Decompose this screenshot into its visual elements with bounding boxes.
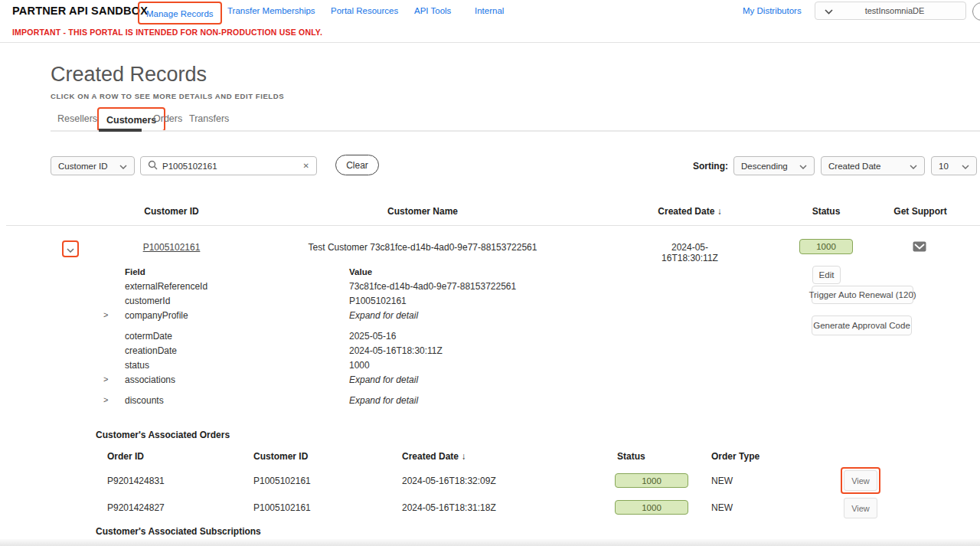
- detail-row-creation-date: creationDate 2024-05-16T18:30:11Z: [0, 345, 980, 358]
- status-badge: 1000: [799, 239, 853, 254]
- detail-field-label: customerId: [125, 296, 170, 306]
- tab-transfers[interactable]: Transfers: [189, 113, 229, 124]
- order-row-order-type: NEW: [711, 502, 733, 513]
- nav-item-manage-records[interactable]: Manage Records: [146, 9, 214, 18]
- brand-title: PARTNER API SANDBOX: [12, 5, 148, 17]
- detail-field-value: 1000: [349, 360, 370, 371]
- order-status-badge: 1000: [615, 473, 688, 488]
- column-header-status: Status: [795, 206, 857, 217]
- chevron-down-icon: [67, 242, 74, 256]
- page-title: Created Records: [51, 63, 207, 87]
- row-expander-button[interactable]: [62, 240, 79, 257]
- detail-field-label: associations: [125, 374, 175, 385]
- orders-header-customer-id: Customer ID: [253, 451, 308, 462]
- customer-id-link[interactable]: P1005102161: [143, 242, 201, 253]
- order-row-order-id: P9201424831: [107, 476, 165, 486]
- chevron-down-icon: [799, 162, 807, 171]
- sorting-label: Sorting:: [693, 161, 728, 172]
- chevron-down-icon: [825, 4, 833, 18]
- associated-subscriptions-title: Customer's Associated Subscriptions: [96, 526, 261, 537]
- expand-chevron-icon[interactable]: >: [103, 310, 108, 319]
- search-box: ✕: [140, 156, 317, 175]
- detail-row-discounts: > discounts Expand for detail: [0, 395, 980, 407]
- detail-row-status: status 1000: [0, 360, 980, 372]
- column-header-customer-id: Customer ID: [122, 206, 220, 217]
- detail-value-header: Value: [349, 267, 372, 276]
- partner-api-sandbox-screen: PARTNER API SANDBOX Manage Records Trans…: [0, 0, 980, 546]
- detail-row-associations: > associations Expand for detail: [0, 374, 980, 387]
- clear-search-icon[interactable]: ✕: [303, 162, 309, 170]
- table-row-customer-id: P1005102161: [122, 242, 220, 253]
- bottom-edge-shadow: [0, 539, 980, 546]
- order-row-created-date: 2024-05-16T18:31:18Z: [402, 502, 496, 513]
- expand-chevron-icon[interactable]: >: [103, 374, 108, 384]
- table-header-divider: [6, 225, 980, 226]
- orders-header-status: Status: [617, 451, 645, 462]
- created-date-header-label: Created Date: [658, 206, 714, 217]
- associated-orders-title: Customer's Associated Orders: [96, 430, 230, 440]
- chevron-down-icon: [962, 162, 969, 171]
- order-row-customer-id: P1005102161: [253, 476, 311, 486]
- tab-active-indicator: [99, 129, 142, 132]
- clear-button[interactable]: Clear: [335, 155, 379, 175]
- sort-field-select[interactable]: Created Date: [821, 156, 925, 175]
- sort-descending-icon: ↓: [461, 451, 466, 462]
- expand-chevron-icon[interactable]: >: [103, 395, 108, 404]
- detail-field-label: discounts: [125, 395, 164, 406]
- distributor-select[interactable]: testInsomniaDE: [815, 2, 966, 20]
- page-size-value: 10: [939, 162, 962, 171]
- nav-item-api-tools[interactable]: API Tools: [414, 6, 451, 15]
- non-production-warning: IMPORTANT - THIS PORTAL IS INTENDED FOR …: [12, 28, 322, 37]
- detail-field-label: companyProfile: [125, 310, 188, 321]
- nav-item-portal-resources[interactable]: Portal Resources: [331, 6, 398, 15]
- search-input[interactable]: [162, 162, 299, 171]
- view-order-button[interactable]: View: [844, 498, 877, 518]
- chevron-down-icon: [119, 162, 127, 171]
- filter-field-select-value: Customer ID: [58, 162, 119, 171]
- order-row-order-type: NEW: [711, 476, 733, 486]
- view-button-highlight: View: [841, 467, 880, 494]
- generate-approval-code-button[interactable]: Generate Approval Code: [812, 316, 912, 335]
- tab-customers[interactable]: Customers: [106, 115, 156, 126]
- table-row-created-date: 2024-05-16T18:30:11Z: [648, 242, 732, 263]
- search-icon: [148, 159, 158, 173]
- column-header-get-support: Get Support: [882, 206, 959, 217]
- trigger-auto-renewal-button[interactable]: Trigger Auto Renewal (120): [812, 286, 913, 304]
- orders-header-order-type: Order Type: [711, 451, 760, 462]
- column-header-created-date[interactable]: Created Date ↓: [648, 206, 732, 217]
- distributor-select-value: testInsomniaDE: [833, 6, 956, 15]
- detail-field-value: 73c81fce-d14b-4ad0-9e77-88153722561: [349, 281, 516, 292]
- detail-field-label: externalReferenceId: [125, 281, 207, 292]
- column-header-customer-name: Customer Name: [346, 206, 499, 217]
- detail-field-value[interactable]: Expand for detail: [349, 374, 418, 385]
- orders-created-date-label: Created Date: [402, 451, 459, 462]
- detail-field-value: 2024-05-16T18:30:11Z: [349, 345, 443, 356]
- edit-button[interactable]: Edit: [812, 266, 841, 284]
- filter-field-select[interactable]: Customer ID: [51, 156, 135, 175]
- detail-field-value[interactable]: Expand for detail: [349, 310, 418, 321]
- tabs-divider: [51, 130, 980, 132]
- orders-header-created-date[interactable]: Created Date ↓: [402, 451, 466, 462]
- page-size-select[interactable]: 10: [931, 156, 977, 175]
- sort-descending-icon: ↓: [717, 206, 722, 217]
- sort-direction-value: Descending: [741, 162, 799, 171]
- nav-item-my-distributors[interactable]: My Distributors: [743, 6, 802, 15]
- sort-field-value: Created Date: [828, 162, 910, 171]
- get-support-mail-icon[interactable]: [913, 241, 926, 255]
- detail-field-header: Field: [125, 267, 145, 276]
- nav-item-manage-records-highlight: Manage Records: [138, 2, 222, 25]
- sort-direction-select[interactable]: Descending: [733, 156, 815, 175]
- detail-field-value[interactable]: Expand for detail: [349, 395, 418, 406]
- detail-field-label: creationDate: [125, 345, 177, 356]
- view-order-button[interactable]: View: [844, 470, 877, 491]
- orders-header-order-id: Order ID: [107, 451, 144, 462]
- nav-item-internal[interactable]: Internal: [475, 6, 504, 15]
- nav-item-transfer-memberships[interactable]: Transfer Memberships: [227, 6, 315, 15]
- chevron-down-icon: [910, 162, 917, 171]
- tab-orders[interactable]: Orders: [153, 113, 182, 124]
- tab-resellers[interactable]: Resellers: [57, 113, 97, 124]
- help-icon[interactable]: [972, 2, 980, 21]
- order-row-created-date: 2024-05-16T18:32:09Z: [402, 476, 496, 486]
- order-status-badge: 1000: [615, 500, 688, 515]
- detail-field-label: status: [125, 360, 149, 371]
